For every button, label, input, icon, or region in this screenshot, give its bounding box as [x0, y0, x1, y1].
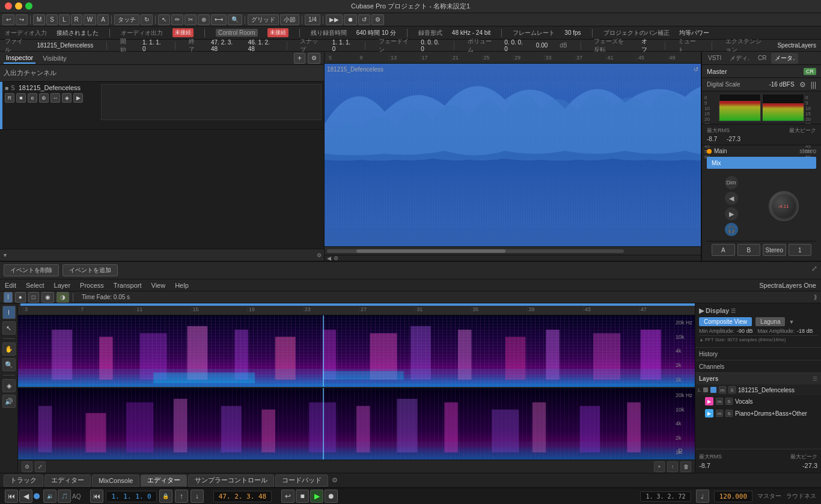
menu-edit[interactable]: Edit	[5, 282, 16, 289]
mode-r[interactable]: R	[71, 14, 82, 25]
layer-item-piano[interactable]: ▶ m S Piano+Drums+Bass+Other	[695, 407, 821, 419]
layer-item-vocals[interactable]: ▶ m S Vocals	[695, 395, 821, 407]
dim-button[interactable]: Dim	[725, 176, 738, 189]
volume-knob[interactable]: -4.11	[769, 191, 799, 221]
tool3[interactable]: ✂	[185, 14, 197, 25]
laguna-dropdown[interactable]: ▼	[789, 319, 794, 325]
sl-icon-up[interactable]: ↑	[667, 461, 678, 472]
grid-btn[interactable]: グリッド	[248, 14, 279, 25]
tab-editor1[interactable]: エディター	[44, 475, 91, 487]
maximize-button[interactable]	[25, 2, 32, 10]
sl-cursor-btn[interactable]: I	[4, 292, 13, 303]
cycle-btn[interactable]: ↻	[141, 14, 153, 25]
tr-metronome[interactable]: ♩	[696, 490, 709, 503]
tool5[interactable]: ⟷	[211, 14, 227, 25]
settings-btn[interactable]: ⚙	[371, 14, 384, 25]
track-settings-btn[interactable]: ⚙	[308, 53, 320, 64]
track-btn-add[interactable]: ⊕	[39, 93, 49, 103]
tr-btn-tune[interactable]: 🎵	[58, 490, 71, 503]
tool-audio[interactable]: 🔊	[2, 395, 16, 408]
tr-lock-btn[interactable]: 🔒	[159, 490, 172, 503]
menu-transport[interactable]: Transport	[114, 282, 142, 289]
layer-m-piano[interactable]: m	[716, 410, 723, 417]
btn-a[interactable]: A	[712, 244, 735, 256]
inspector-tab[interactable]: Inspector	[4, 53, 35, 64]
sl-icon-trash[interactable]: 🗑	[680, 461, 691, 472]
channels-row[interactable]: Channels	[695, 360, 821, 372]
playback-btn3[interactable]: ↺	[358, 14, 370, 25]
track-btn-eq[interactable]: ◈	[62, 93, 72, 103]
layers-menu-icon[interactable]: ☰	[813, 376, 817, 382]
tr-btn-back[interactable]: ⏮	[5, 490, 18, 503]
tab-cr[interactable]: CR	[754, 53, 770, 62]
tool2[interactable]: ✏	[171, 14, 183, 25]
tool-hand[interactable]: ✋	[2, 342, 16, 356]
sl-circle-btn[interactable]: ●	[15, 292, 26, 303]
menu-process[interactable]: Process	[80, 282, 104, 289]
prev-btn[interactable]: ◀	[725, 192, 738, 205]
layer-item-main[interactable]: L m S 181215_Defenceless	[695, 384, 821, 395]
layer-s-vocals[interactable]: S	[725, 398, 733, 405]
mode-m[interactable]: M	[33, 14, 45, 25]
quantize-btn[interactable]: 1/4	[305, 14, 320, 25]
tool-3d[interactable]: ◈	[2, 379, 16, 392]
tr-btn-vol-down[interactable]: 🔉	[43, 490, 56, 503]
tool1[interactable]: ↖	[158, 14, 170, 25]
monitor-btn[interactable]: 🎧	[725, 223, 738, 236]
tr-down-btn[interactable]: ↓	[191, 490, 204, 503]
add-track-btn[interactable]: +	[294, 53, 305, 64]
tr-record[interactable]: ⏺	[325, 490, 338, 503]
mode-w[interactable]: W	[84, 14, 96, 25]
delete-event-btn[interactable]: イベントを削除	[4, 264, 59, 276]
composite-btn[interactable]: Composite View	[699, 317, 752, 326]
tr-go-start[interactable]: ⏮	[90, 490, 103, 503]
tab-vsti[interactable]: VSTI	[704, 53, 725, 62]
tr-play[interactable]: ▶	[310, 490, 323, 503]
tab-editor2[interactable]: エディター	[141, 475, 187, 487]
sl-icon-add[interactable]: +	[654, 461, 665, 472]
next-btn[interactable]: ▶	[725, 207, 738, 220]
sl-magic-btn[interactable]: ◉	[41, 292, 54, 303]
tabs-settings-icon[interactable]: ⚙	[332, 476, 338, 484]
add-event-btn[interactable]: イベントを追加	[63, 264, 118, 276]
tool-zoom[interactable]: 🔍	[2, 358, 16, 371]
tr-undo[interactable]: ↩	[281, 490, 295, 503]
sl-icon-expand[interactable]: ⤢	[35, 461, 46, 472]
timeline-scrollbar[interactable]	[325, 246, 701, 255]
tab-meter[interactable]: メータ.	[771, 53, 798, 64]
btn-1[interactable]: 1	[789, 244, 812, 256]
undo-button[interactable]: ↩	[2, 14, 14, 25]
tab-chord[interactable]: コードパッド	[275, 475, 328, 487]
tr-btn-left[interactable]: ◀	[19, 490, 32, 503]
tab-media[interactable]: メディ.	[726, 53, 753, 64]
track-btn-e[interactable]: e	[28, 93, 37, 103]
track-btn-play[interactable]: ▶	[73, 93, 83, 103]
track-btn-stop[interactable]: ■	[16, 93, 26, 103]
sl-rect-btn[interactable]: □	[28, 292, 39, 303]
menu-help[interactable]: Help	[175, 282, 189, 289]
tab-mix-console[interactable]: MixConsole	[92, 475, 139, 487]
layer-s-btn[interactable]: S	[728, 386, 736, 393]
mode-a[interactable]: A	[97, 14, 109, 25]
playback-btn1[interactable]: ▶▶	[326, 14, 343, 25]
laguna-btn[interactable]: Laguna	[755, 317, 785, 326]
layer-m-btn[interactable]: m	[719, 386, 726, 393]
visibility-tab[interactable]: Visibility	[40, 53, 69, 63]
track-btn-link[interactable]: ↔	[50, 93, 60, 103]
bar-btn[interactable]: 小節	[280, 14, 299, 25]
menu-select[interactable]: Select	[26, 282, 44, 289]
playback-btn2[interactable]: ⏺	[344, 14, 357, 25]
tool-cursor[interactable]: I	[2, 306, 16, 319]
tool6[interactable]: 🔍	[228, 14, 242, 25]
tr-stop[interactable]: ■	[296, 490, 309, 503]
history-row[interactable]: History	[695, 347, 821, 360]
redo-button[interactable]: ↪	[16, 14, 28, 25]
minimize-button[interactable]	[15, 2, 22, 10]
tool4[interactable]: ⊕	[198, 14, 210, 25]
tab-track[interactable]: トラック	[4, 475, 43, 487]
mode-l[interactable]: L	[59, 14, 70, 25]
tab-sampler[interactable]: サンプラーコントロール	[188, 475, 274, 487]
menu-layer[interactable]: Layer	[54, 282, 71, 289]
btn-b[interactable]: B	[737, 244, 761, 256]
sl-right-expand[interactable]: ⟫	[814, 294, 817, 300]
